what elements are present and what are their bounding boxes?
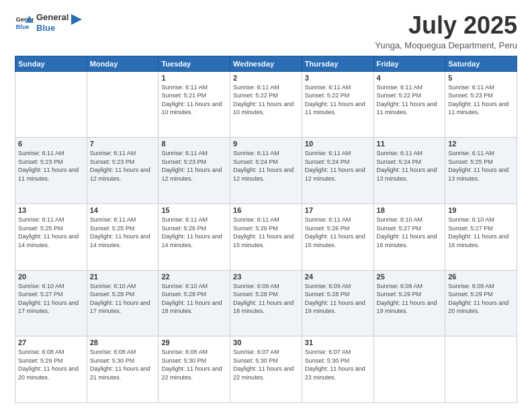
table-row: 11Sunrise: 6:11 AM Sunset: 5:24 PM Dayli… — [373, 138, 445, 204]
table-row: 26Sunrise: 6:09 AM Sunset: 5:29 PM Dayli… — [445, 270, 517, 336]
table-row: 29Sunrise: 6:08 AM Sunset: 5:30 PM Dayli… — [159, 336, 230, 403]
day-info: Sunrise: 6:10 AM Sunset: 5:28 PM Dayligh… — [90, 282, 156, 316]
day-number: 5 — [448, 74, 514, 82]
day-number: 13 — [18, 206, 84, 214]
day-info: Sunrise: 6:11 AM Sunset: 5:24 PM Dayligh… — [377, 149, 443, 183]
day-info: Sunrise: 6:10 AM Sunset: 5:28 PM Dayligh… — [161, 282, 227, 316]
day-number: 14 — [90, 206, 156, 214]
day-info: Sunrise: 6:08 AM Sunset: 5:30 PM Dayligh… — [161, 348, 227, 381]
day-info: Sunrise: 6:09 AM Sunset: 5:29 PM Dayligh… — [377, 282, 443, 316]
month-title: July 2025 — [375, 12, 517, 39]
day-number: 9 — [233, 140, 299, 148]
header-monday: Monday — [87, 56, 159, 71]
day-number: 23 — [233, 273, 299, 281]
day-number: 16 — [233, 206, 299, 214]
day-number: 10 — [305, 140, 371, 148]
day-number: 21 — [90, 273, 156, 281]
header-wednesday: Wednesday — [230, 56, 302, 71]
table-row: 16Sunrise: 6:11 AM Sunset: 5:26 PM Dayli… — [230, 203, 302, 270]
day-number: 6 — [18, 140, 84, 148]
table-row: 8Sunrise: 6:11 AM Sunset: 5:23 PM Daylig… — [159, 138, 230, 204]
header-friday: Friday — [373, 56, 445, 71]
day-number: 20 — [18, 273, 84, 281]
table-row: 31Sunrise: 6:07 AM Sunset: 5:30 PM Dayli… — [302, 336, 373, 403]
day-info: Sunrise: 6:11 AM Sunset: 5:23 PM Dayligh… — [90, 149, 156, 183]
logo: General Blue General Blue — [15, 12, 83, 33]
table-row: 13Sunrise: 6:11 AM Sunset: 5:25 PM Dayli… — [15, 203, 87, 270]
table-row: 9Sunrise: 6:11 AM Sunset: 5:24 PM Daylig… — [230, 138, 302, 204]
header-thursday: Thursday — [302, 56, 373, 71]
day-number: 30 — [233, 338, 299, 347]
day-number: 4 — [377, 74, 443, 82]
calendar-week-row: 13Sunrise: 6:11 AM Sunset: 5:25 PM Dayli… — [15, 203, 517, 270]
day-number: 17 — [305, 206, 371, 214]
day-info: Sunrise: 6:09 AM Sunset: 5:29 PM Dayligh… — [448, 282, 514, 316]
table-row: 20Sunrise: 6:10 AM Sunset: 5:27 PM Dayli… — [15, 270, 87, 336]
header-sunday: Sunday — [15, 56, 87, 71]
table-row: 22Sunrise: 6:10 AM Sunset: 5:28 PM Dayli… — [159, 270, 230, 336]
day-info: Sunrise: 6:11 AM Sunset: 5:26 PM Dayligh… — [161, 216, 227, 249]
table-row: 4Sunrise: 6:11 AM Sunset: 5:22 PM Daylig… — [373, 71, 445, 138]
day-info: Sunrise: 6:08 AM Sunset: 5:29 PM Dayligh… — [18, 348, 84, 381]
logo-icon: General Blue — [15, 13, 34, 32]
table-row: 14Sunrise: 6:11 AM Sunset: 5:25 PM Dayli… — [87, 203, 159, 270]
day-number: 27 — [18, 338, 84, 347]
table-row: 5Sunrise: 6:11 AM Sunset: 5:23 PM Daylig… — [445, 71, 517, 138]
header-saturday: Saturday — [445, 56, 517, 71]
calendar-header-row: Sunday Monday Tuesday Wednesday Thursday… — [15, 56, 517, 71]
day-info: Sunrise: 6:11 AM Sunset: 5:26 PM Dayligh… — [233, 216, 299, 249]
day-info: Sunrise: 6:11 AM Sunset: 5:23 PM Dayligh… — [161, 149, 227, 183]
day-info: Sunrise: 6:11 AM Sunset: 5:25 PM Dayligh… — [448, 149, 514, 183]
table-row: 12Sunrise: 6:11 AM Sunset: 5:25 PM Dayli… — [445, 138, 517, 204]
table-row: 3Sunrise: 6:11 AM Sunset: 5:22 PM Daylig… — [302, 71, 373, 138]
table-row: 1Sunrise: 6:11 AM Sunset: 5:21 PM Daylig… — [159, 71, 230, 138]
day-info: Sunrise: 6:08 AM Sunset: 5:30 PM Dayligh… — [90, 348, 156, 381]
day-number: 2 — [233, 74, 299, 82]
day-info: Sunrise: 6:09 AM Sunset: 5:28 PM Dayligh… — [305, 282, 371, 316]
day-info: Sunrise: 6:11 AM Sunset: 5:24 PM Dayligh… — [233, 149, 299, 183]
day-info: Sunrise: 6:11 AM Sunset: 5:24 PM Dayligh… — [305, 149, 371, 183]
header-tuesday: Tuesday — [159, 56, 230, 71]
day-number: 26 — [448, 273, 514, 281]
day-number: 22 — [161, 273, 227, 281]
location-title: Yunga, Moquegua Department, Peru — [375, 40, 517, 50]
svg-text:Blue: Blue — [16, 24, 30, 30]
day-info: Sunrise: 6:11 AM Sunset: 5:23 PM Dayligh… — [448, 83, 514, 117]
calendar-week-row: 6Sunrise: 6:11 AM Sunset: 5:23 PM Daylig… — [15, 138, 517, 204]
day-info: Sunrise: 6:11 AM Sunset: 5:22 PM Dayligh… — [305, 83, 371, 117]
page: General Blue General Blue July 2025 Yung… — [0, 0, 532, 411]
header: General Blue General Blue July 2025 Yung… — [15, 12, 517, 50]
table-row: 17Sunrise: 6:11 AM Sunset: 5:26 PM Dayli… — [302, 203, 373, 270]
day-number: 1 — [161, 74, 227, 82]
day-info: Sunrise: 6:09 AM Sunset: 5:28 PM Dayligh… — [233, 282, 299, 316]
calendar-week-row: 20Sunrise: 6:10 AM Sunset: 5:27 PM Dayli… — [15, 270, 517, 336]
day-info: Sunrise: 6:07 AM Sunset: 5:30 PM Dayligh… — [305, 348, 371, 381]
day-info: Sunrise: 6:11 AM Sunset: 5:25 PM Dayligh… — [18, 216, 84, 249]
table-row: 27Sunrise: 6:08 AM Sunset: 5:29 PM Dayli… — [15, 336, 87, 403]
day-number: 8 — [161, 140, 227, 148]
day-number: 3 — [305, 74, 371, 82]
logo-general: General — [36, 12, 69, 23]
day-number: 7 — [90, 140, 156, 148]
calendar-week-row: 27Sunrise: 6:08 AM Sunset: 5:29 PM Dayli… — [15, 336, 517, 403]
calendar-table: Sunday Monday Tuesday Wednesday Thursday… — [15, 56, 517, 403]
table-row: 18Sunrise: 6:10 AM Sunset: 5:27 PM Dayli… — [373, 203, 445, 270]
table-row — [87, 71, 159, 138]
title-area: July 2025 Yunga, Moquegua Department, Pe… — [375, 12, 517, 50]
table-row: 15Sunrise: 6:11 AM Sunset: 5:26 PM Dayli… — [159, 203, 230, 270]
calendar-week-row: 1Sunrise: 6:11 AM Sunset: 5:21 PM Daylig… — [15, 71, 517, 138]
day-info: Sunrise: 6:11 AM Sunset: 5:25 PM Dayligh… — [90, 216, 156, 249]
day-number: 19 — [448, 206, 514, 214]
day-info: Sunrise: 6:11 AM Sunset: 5:22 PM Dayligh… — [233, 83, 299, 117]
day-info: Sunrise: 6:11 AM Sunset: 5:23 PM Dayligh… — [18, 149, 84, 183]
day-number: 31 — [305, 338, 371, 347]
day-number: 24 — [305, 273, 371, 281]
day-number: 29 — [161, 338, 227, 347]
logo-arrow-icon — [70, 13, 83, 26]
day-number: 25 — [377, 273, 443, 281]
logo-blue: Blue — [36, 23, 69, 34]
table-row — [373, 336, 445, 403]
day-info: Sunrise: 6:11 AM Sunset: 5:21 PM Dayligh… — [161, 83, 227, 117]
table-row: 7Sunrise: 6:11 AM Sunset: 5:23 PM Daylig… — [87, 138, 159, 204]
day-info: Sunrise: 6:10 AM Sunset: 5:27 PM Dayligh… — [377, 216, 443, 249]
